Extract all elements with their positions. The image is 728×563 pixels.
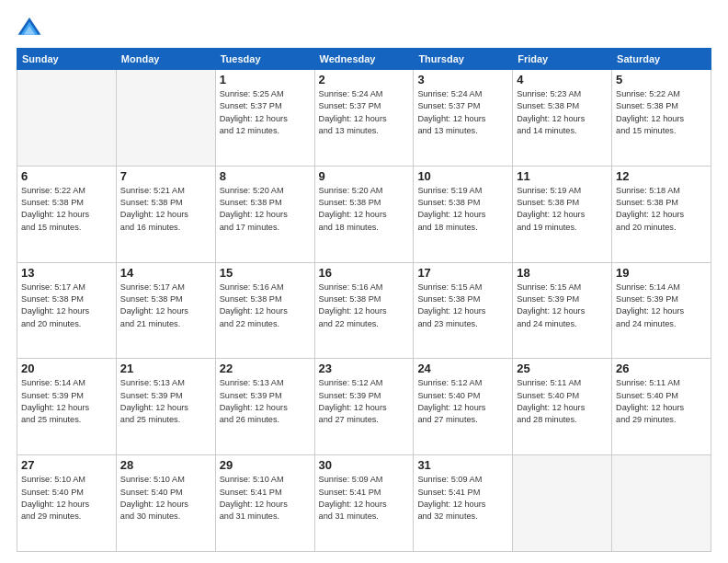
calendar-cell: 2Sunrise: 5:24 AMSunset: 5:37 PMDaylight… bbox=[314, 70, 414, 167]
calendar-cell bbox=[116, 70, 215, 167]
day-number: 6 bbox=[21, 169, 112, 183]
header bbox=[17, 15, 711, 40]
day-info: Sunrise: 5:20 AMSunset: 5:38 PMDaylight:… bbox=[319, 185, 410, 234]
day-info: Sunrise: 5:23 AMSunset: 5:38 PMDaylight:… bbox=[517, 88, 608, 137]
calendar-cell: 27Sunrise: 5:10 AMSunset: 5:40 PMDayligh… bbox=[17, 455, 117, 552]
calendar-cell bbox=[17, 70, 117, 167]
day-info: Sunrise: 5:11 AMSunset: 5:40 PMDaylight:… bbox=[616, 377, 707, 426]
day-info: Sunrise: 5:14 AMSunset: 5:39 PMDaylight:… bbox=[21, 377, 112, 426]
day-number: 12 bbox=[616, 169, 707, 183]
calendar-table: SundayMondayTuesdayWednesdayThursdayFrid… bbox=[17, 48, 711, 552]
week-row-5: 27Sunrise: 5:10 AMSunset: 5:40 PMDayligh… bbox=[17, 455, 711, 552]
calendar-cell: 10Sunrise: 5:19 AMSunset: 5:38 PMDayligh… bbox=[414, 166, 513, 262]
day-number: 3 bbox=[417, 73, 508, 86]
weekday-header-thursday: Thursday bbox=[414, 49, 513, 70]
day-number: 31 bbox=[417, 458, 508, 472]
day-number: 13 bbox=[21, 266, 112, 280]
calendar-cell: 25Sunrise: 5:11 AMSunset: 5:40 PMDayligh… bbox=[513, 359, 612, 455]
calendar-cell: 17Sunrise: 5:15 AMSunset: 5:38 PMDayligh… bbox=[414, 262, 513, 359]
week-row-3: 13Sunrise: 5:17 AMSunset: 5:38 PMDayligh… bbox=[17, 262, 711, 359]
day-number: 5 bbox=[616, 73, 707, 86]
day-number: 16 bbox=[319, 266, 410, 280]
day-info: Sunrise: 5:15 AMSunset: 5:39 PMDaylight:… bbox=[517, 282, 608, 330]
day-info: Sunrise: 5:17 AMSunset: 5:38 PMDaylight:… bbox=[120, 282, 211, 330]
day-info: Sunrise: 5:16 AMSunset: 5:38 PMDaylight:… bbox=[319, 282, 410, 330]
day-number: 23 bbox=[319, 362, 410, 375]
day-number: 2 bbox=[319, 73, 410, 86]
day-info: Sunrise: 5:21 AMSunset: 5:38 PMDaylight:… bbox=[120, 185, 211, 234]
day-number: 17 bbox=[417, 266, 508, 280]
day-info: Sunrise: 5:10 AMSunset: 5:40 PMDaylight:… bbox=[120, 474, 211, 523]
calendar-cell: 29Sunrise: 5:10 AMSunset: 5:41 PMDayligh… bbox=[215, 455, 314, 552]
week-row-1: 1Sunrise: 5:25 AMSunset: 5:37 PMDaylight… bbox=[17, 70, 711, 167]
day-number: 25 bbox=[517, 362, 608, 375]
calendar-cell: 14Sunrise: 5:17 AMSunset: 5:38 PMDayligh… bbox=[116, 262, 215, 359]
day-number: 26 bbox=[616, 362, 707, 375]
calendar-cell bbox=[612, 455, 711, 552]
day-info: Sunrise: 5:09 AMSunset: 5:41 PMDaylight:… bbox=[417, 474, 508, 523]
calendar-cell: 11Sunrise: 5:19 AMSunset: 5:38 PMDayligh… bbox=[513, 166, 612, 262]
day-number: 11 bbox=[517, 169, 608, 183]
calendar-cell: 6Sunrise: 5:22 AMSunset: 5:38 PMDaylight… bbox=[17, 166, 117, 262]
day-number: 10 bbox=[417, 169, 508, 183]
day-number: 21 bbox=[120, 362, 211, 375]
day-number: 8 bbox=[220, 169, 311, 183]
calendar-cell: 3Sunrise: 5:24 AMSunset: 5:37 PMDaylight… bbox=[414, 70, 513, 167]
day-info: Sunrise: 5:12 AMSunset: 5:39 PMDaylight:… bbox=[319, 377, 410, 426]
day-info: Sunrise: 5:22 AMSunset: 5:38 PMDaylight:… bbox=[616, 88, 707, 137]
day-number: 20 bbox=[21, 362, 112, 375]
calendar-cell: 24Sunrise: 5:12 AMSunset: 5:40 PMDayligh… bbox=[414, 359, 513, 455]
calendar-cell: 15Sunrise: 5:16 AMSunset: 5:38 PMDayligh… bbox=[215, 262, 314, 359]
day-info: Sunrise: 5:25 AMSunset: 5:37 PMDaylight:… bbox=[220, 88, 311, 137]
day-number: 7 bbox=[120, 169, 211, 183]
day-info: Sunrise: 5:18 AMSunset: 5:38 PMDaylight:… bbox=[616, 185, 707, 234]
day-number: 18 bbox=[517, 266, 608, 280]
weekday-header-row: SundayMondayTuesdayWednesdayThursdayFrid… bbox=[17, 49, 711, 70]
day-info: Sunrise: 5:15 AMSunset: 5:38 PMDaylight:… bbox=[417, 282, 508, 330]
day-info: Sunrise: 5:13 AMSunset: 5:39 PMDaylight:… bbox=[120, 377, 211, 426]
calendar-cell: 4Sunrise: 5:23 AMSunset: 5:38 PMDaylight… bbox=[513, 70, 612, 167]
logo-icon bbox=[17, 15, 42, 40]
week-row-2: 6Sunrise: 5:22 AMSunset: 5:38 PMDaylight… bbox=[17, 166, 711, 262]
calendar-cell: 12Sunrise: 5:18 AMSunset: 5:38 PMDayligh… bbox=[612, 166, 711, 262]
calendar-cell: 21Sunrise: 5:13 AMSunset: 5:39 PMDayligh… bbox=[116, 359, 215, 455]
day-number: 28 bbox=[120, 458, 211, 472]
calendar-cell: 20Sunrise: 5:14 AMSunset: 5:39 PMDayligh… bbox=[17, 359, 117, 455]
day-info: Sunrise: 5:14 AMSunset: 5:39 PMDaylight:… bbox=[616, 282, 707, 330]
day-number: 27 bbox=[21, 458, 112, 472]
calendar-cell: 7Sunrise: 5:21 AMSunset: 5:38 PMDaylight… bbox=[116, 166, 215, 262]
calendar-cell: 30Sunrise: 5:09 AMSunset: 5:41 PMDayligh… bbox=[314, 455, 414, 552]
weekday-header-saturday: Saturday bbox=[612, 49, 711, 70]
weekday-header-tuesday: Tuesday bbox=[215, 49, 314, 70]
day-number: 14 bbox=[120, 266, 211, 280]
weekday-header-sunday: Sunday bbox=[17, 49, 117, 70]
day-info: Sunrise: 5:10 AMSunset: 5:40 PMDaylight:… bbox=[21, 474, 112, 523]
day-info: Sunrise: 5:24 AMSunset: 5:37 PMDaylight:… bbox=[417, 88, 508, 137]
day-info: Sunrise: 5:24 AMSunset: 5:37 PMDaylight:… bbox=[319, 88, 410, 137]
day-info: Sunrise: 5:16 AMSunset: 5:38 PMDaylight:… bbox=[220, 282, 311, 330]
weekday-header-wednesday: Wednesday bbox=[314, 49, 414, 70]
day-number: 9 bbox=[319, 169, 410, 183]
calendar-cell: 26Sunrise: 5:11 AMSunset: 5:40 PMDayligh… bbox=[612, 359, 711, 455]
calendar-cell: 8Sunrise: 5:20 AMSunset: 5:38 PMDaylight… bbox=[215, 166, 314, 262]
page: SundayMondayTuesdayWednesdayThursdayFrid… bbox=[0, 0, 728, 563]
day-info: Sunrise: 5:19 AMSunset: 5:38 PMDaylight:… bbox=[517, 185, 608, 234]
calendar-cell: 19Sunrise: 5:14 AMSunset: 5:39 PMDayligh… bbox=[612, 262, 711, 359]
weekday-header-monday: Monday bbox=[116, 49, 215, 70]
calendar-cell bbox=[513, 455, 612, 552]
day-number: 15 bbox=[220, 266, 311, 280]
day-info: Sunrise: 5:09 AMSunset: 5:41 PMDaylight:… bbox=[319, 474, 410, 523]
day-number: 1 bbox=[220, 73, 311, 86]
day-info: Sunrise: 5:12 AMSunset: 5:40 PMDaylight:… bbox=[417, 377, 508, 426]
logo bbox=[17, 15, 46, 40]
calendar-cell: 16Sunrise: 5:16 AMSunset: 5:38 PMDayligh… bbox=[314, 262, 414, 359]
calendar-cell: 1Sunrise: 5:25 AMSunset: 5:37 PMDaylight… bbox=[215, 70, 314, 167]
day-number: 4 bbox=[517, 73, 608, 86]
day-info: Sunrise: 5:19 AMSunset: 5:38 PMDaylight:… bbox=[417, 185, 508, 234]
calendar-cell: 23Sunrise: 5:12 AMSunset: 5:39 PMDayligh… bbox=[314, 359, 414, 455]
calendar-cell: 31Sunrise: 5:09 AMSunset: 5:41 PMDayligh… bbox=[414, 455, 513, 552]
day-info: Sunrise: 5:22 AMSunset: 5:38 PMDaylight:… bbox=[21, 185, 112, 234]
calendar-cell: 9Sunrise: 5:20 AMSunset: 5:38 PMDaylight… bbox=[314, 166, 414, 262]
day-number: 29 bbox=[220, 458, 311, 472]
day-number: 24 bbox=[417, 362, 508, 375]
